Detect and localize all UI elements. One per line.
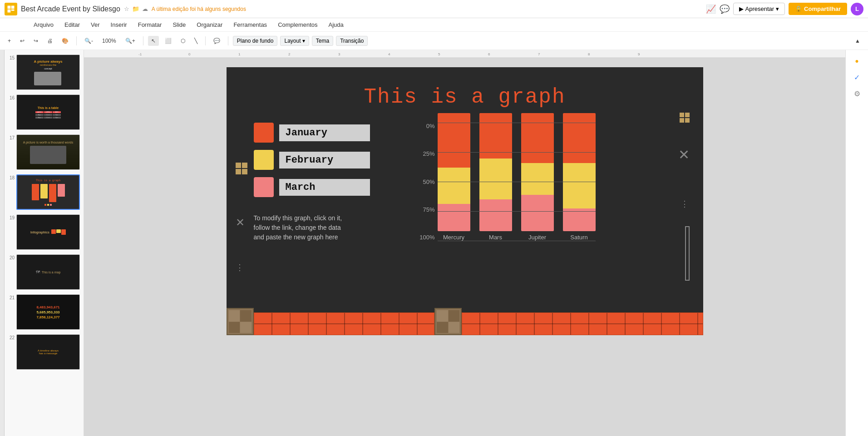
legend-label-february: February: [279, 152, 370, 168]
bar-mercury-february: [438, 168, 470, 204]
svg-text:2: 2: [288, 52, 291, 56]
legend-item-february: February: [254, 150, 390, 170]
slide-thumb-18[interactable]: 18 This is a graph: [6, 173, 82, 211]
bars-group: Mercury Mar: [438, 123, 596, 241]
toolbar-collapse-btn[interactable]: ▲: [852, 36, 863, 46]
toolbar-comment-btn[interactable]: 💬: [210, 36, 223, 46]
svg-text:0: 0: [188, 52, 191, 56]
bar-label-mercury: Mercury: [443, 234, 464, 241]
menu-organizar[interactable]: Organizar: [195, 20, 224, 29]
slide-thumb-22[interactable]: 22 A timeline alwayshas a message: [6, 333, 82, 371]
y-label-75: 75%: [417, 206, 435, 213]
bar-mercury-january: [438, 113, 470, 168]
menu-ajuda[interactable]: Ajuda: [327, 20, 345, 29]
last-edit-status: A última edição foi há alguns segundos: [152, 6, 246, 12]
svg-text:-1: -1: [138, 52, 142, 56]
svg-text:8: 8: [588, 52, 590, 56]
legend-color-february: [254, 150, 274, 170]
slide-thumb-19[interactable]: 19 Infographics: [6, 213, 82, 251]
doc-title[interactable]: Best Arcade Event by Slidesgo: [21, 5, 120, 13]
toolbar-theme-button[interactable]: Tema: [312, 36, 333, 46]
svg-text:9: 9: [638, 52, 640, 56]
menu-formatar[interactable]: Formatar: [136, 20, 164, 29]
slide-canvas[interactable]: This is a graph ✕ ⋮: [227, 67, 703, 335]
star-icon[interactable]: ☆: [124, 5, 129, 12]
toolbar-sep-4: [228, 36, 228, 45]
toolbar-cursor-btn[interactable]: ↖: [148, 36, 159, 46]
toolbar-print-btn[interactable]: 🖨: [44, 36, 56, 46]
folder-icon[interactable]: 📁: [132, 5, 139, 12]
right-panel-icon-3[interactable]: ⚙: [851, 87, 863, 100]
right-panel-icon-1[interactable]: ●: [851, 54, 863, 67]
menu-slide[interactable]: Slide: [171, 20, 187, 29]
slide-thumb-15[interactable]: 15 A picture always reinforces the conce…: [6, 54, 82, 91]
toolbar-transition-button[interactable]: Transição: [336, 36, 368, 46]
slide-preview-22: A timeline alwayshas a message: [16, 334, 80, 370]
toolbar-shapes-btn[interactable]: ⬡: [178, 36, 188, 46]
deco-cross-left: ✕: [236, 216, 245, 229]
toolbar-undo-btn[interactable]: ↩: [17, 36, 28, 46]
bar-mars-february: [479, 159, 512, 199]
bar-mercury-stack: [438, 113, 470, 231]
slide-thumb-16[interactable]: 16 This is a table ACTIO OPTIO INFO AquC…: [6, 94, 82, 131]
svg-text:5: 5: [438, 52, 440, 56]
toolbar-bg-button[interactable]: Plano de fundo: [233, 36, 278, 46]
stone-block-left: [227, 308, 254, 335]
slide-thumb-21[interactable]: 21 8,483,943,671 5,685,953,333 7,858,124…: [6, 293, 82, 331]
bar-mercury-march: [438, 204, 470, 231]
cloud-icon[interactable]: ☁: [142, 5, 148, 12]
menu-inserir[interactable]: Inserir: [109, 20, 129, 29]
toolbar-rect-btn[interactable]: ⬜: [162, 36, 175, 46]
bar-mercury: Mercury: [438, 113, 470, 241]
avatar[interactable]: L: [851, 3, 863, 15]
present-button[interactable]: ▶ Apresentar ▾: [733, 3, 785, 15]
share-button[interactable]: 🔒 Compartilhar: [789, 3, 847, 15]
slide-thumb-17[interactable]: 17 A picture is worth a thousand words: [6, 134, 82, 171]
slide-content: January February March To: [227, 114, 703, 242]
deco-dots-left: ⋮: [236, 263, 245, 272]
menu-ferramentas[interactable]: Ferramentas: [232, 20, 269, 29]
toolbar-layout-button[interactable]: Layout ▾: [280, 36, 309, 46]
menu-editar[interactable]: Editar: [63, 20, 82, 29]
slide-thumb-20[interactable]: 20 🗺 This is a map: [6, 253, 82, 291]
bar-jupiter-february: [521, 163, 554, 195]
toolbar-zoom-out-btn[interactable]: 🔍-: [81, 36, 96, 46]
menu-ver[interactable]: Ver: [89, 20, 102, 29]
svg-text:4: 4: [388, 52, 390, 56]
toolbar-add-btn[interactable]: +: [5, 36, 14, 46]
canvas-area: -1 0 1 2 3 4 5 6 7 8 9 This is a graph: [84, 50, 845, 436]
toolbar-line-btn[interactable]: ╲: [191, 36, 201, 46]
svg-rect-2: [8, 9, 11, 12]
bar-saturn-stack: [563, 113, 596, 231]
present-chevron-icon: ▾: [776, 5, 779, 12]
legend-label-january: January: [279, 124, 370, 141]
left-scrollbar: [0, 50, 5, 436]
toolbar-redo-btn[interactable]: ↪: [30, 36, 41, 46]
bar-saturn-march: [563, 208, 596, 231]
main-area: 15 A picture always reinforces the conce…: [0, 50, 868, 436]
deco-squares-topright: [680, 113, 690, 123]
toolbar-sep-2: [143, 36, 143, 45]
svg-text:7: 7: [538, 52, 540, 56]
bottom-decoration: [227, 303, 703, 335]
bar-saturn: Saturn: [563, 113, 596, 241]
comments-icon[interactable]: 💬: [720, 4, 730, 14]
deco-rect-right: [685, 226, 690, 281]
toolbar-zoom-value[interactable]: 100%: [99, 36, 119, 46]
right-panel-icon-2[interactable]: ✓: [851, 71, 863, 84]
activity-icon[interactable]: 📈: [706, 4, 716, 14]
app-icon: [5, 3, 17, 15]
toolbar-zoom-in-btn[interactable]: 🔍+: [122, 36, 138, 46]
slide-preview-20: 🗺 This is a map: [16, 254, 80, 290]
toolbar-paint-btn[interactable]: 🎨: [59, 36, 72, 46]
menu-arquivo[interactable]: Arquivo: [32, 20, 55, 29]
lock-icon: 🔒: [795, 5, 802, 12]
present-icon: ▶: [739, 5, 744, 12]
chart-description: To modify this graph, click on it, follo…: [254, 213, 381, 242]
menu-complementos[interactable]: Complementos: [276, 20, 319, 29]
stone-block-mid: [434, 308, 462, 335]
bar-jupiter: Jupiter: [521, 113, 554, 241]
slide-preview-15: A picture always reinforces the concept: [16, 54, 80, 90]
toolbar-sep-1: [76, 36, 77, 45]
legend-item-march: March: [254, 177, 390, 197]
